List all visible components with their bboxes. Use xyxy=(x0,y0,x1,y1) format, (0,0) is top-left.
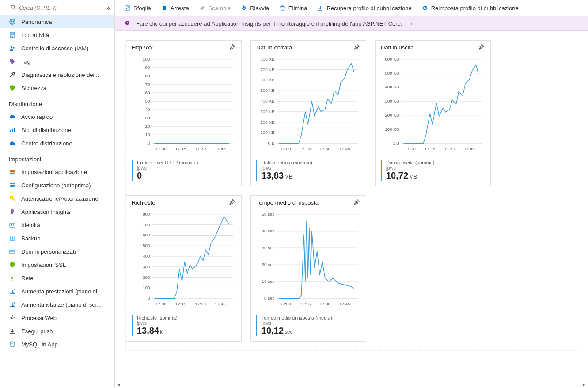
svg-text:100 KB: 100 KB xyxy=(260,130,275,135)
sidebar-item[interactable]: MySQL in App xyxy=(0,338,114,351)
get-publish-profile-button[interactable]: Recupera profilo di pubblicazione xyxy=(317,4,411,11)
sidebar-item[interactable]: Configurazione (anteprima) xyxy=(0,179,114,192)
content-scroll[interactable]: Http 5xx 010203040506070809010017:0017:1… xyxy=(115,31,588,381)
sidebar-item[interactable]: Aumenta prestazioni (piano di... xyxy=(0,285,114,298)
toolbar: Sfoglia Arresta Scambia Riavvia Elimina … xyxy=(115,0,588,16)
card-title: Http 5xx xyxy=(132,44,153,51)
scroll-right-icon[interactable]: ► xyxy=(581,382,587,387)
nav-label: Domini personalizzati xyxy=(21,248,76,255)
metric-sub: jpws xyxy=(386,165,485,171)
metric-card: Tempo medio di risposta 0 sec10 sec20 se… xyxy=(250,195,366,342)
svg-text:17:30: 17:30 xyxy=(195,146,206,151)
svg-text:300: 300 xyxy=(143,264,150,269)
metric-card: Http 5xx 010203040506070809010017:0017:1… xyxy=(126,40,242,186)
scroll-left-icon[interactable]: ◄ xyxy=(116,382,122,387)
nav-label: Identità xyxy=(21,222,40,228)
sidebar-item[interactable]: Identità xyxy=(0,218,114,232)
collapse-sidebar-button[interactable]: « xyxy=(107,4,111,12)
svg-text:0 B: 0 B xyxy=(268,141,275,145)
metric-sub: jpws xyxy=(262,165,360,171)
nav-section-title: Impostazioni xyxy=(0,150,114,165)
nav-label: Diagnostica e risoluzione dei... xyxy=(21,72,99,78)
horizontal-scrollbar[interactable]: ◄ ► xyxy=(115,381,588,388)
reset-publish-profile-button[interactable]: Reimposta profilo di pubblicazione xyxy=(421,4,519,11)
sidebar-item[interactable]: Autenticazione/Autorizzazione xyxy=(0,192,114,205)
svg-text:600 KB: 600 KB xyxy=(385,57,399,61)
svg-text:17:45: 17:45 xyxy=(339,146,350,151)
browse-button[interactable]: Sfoglia xyxy=(124,4,151,11)
sidebar-item[interactable]: Centro distribuzione xyxy=(0,137,114,150)
svg-text:100: 100 xyxy=(143,285,150,290)
sidebar-item[interactable]: Avvio rapido xyxy=(0,110,114,123)
open-icon xyxy=(124,4,131,11)
restart-button[interactable]: Riavvia xyxy=(240,4,269,11)
delete-label: Elimina xyxy=(288,5,307,11)
nav-label: Panoramica xyxy=(21,19,52,25)
svg-text:80: 80 xyxy=(145,73,151,78)
nav-icon xyxy=(9,140,16,147)
pin-icon[interactable] xyxy=(228,43,236,51)
metric-card: Richieste 010020030040050060070080017:00… xyxy=(126,195,242,342)
chart[interactable]: 0 B100 KB200 KB300 KB400 KB500 KB600 KB7… xyxy=(256,54,360,156)
search-input[interactable] xyxy=(8,3,103,13)
nav-icon xyxy=(9,341,16,348)
metric-unit: MB xyxy=(285,174,292,180)
sidebar-item[interactable]: Sicurezza xyxy=(0,81,114,95)
sidebar-item[interactable]: Aumenta istanze (piano di ser... xyxy=(0,298,114,311)
chart[interactable]: 0 sec10 sec20 sec30 sec40 sec50 sec17:00… xyxy=(256,209,360,311)
pin-icon[interactable] xyxy=(228,198,236,206)
sidebar-item[interactable]: Esegui push xyxy=(0,324,114,338)
insights-banner[interactable]: Fare clic qui per accedere ad Applicatio… xyxy=(115,16,588,31)
sidebar-item[interactable]: Application Insights xyxy=(0,205,114,218)
svg-text:40: 40 xyxy=(145,107,151,112)
sidebar-item[interactable]: Log attività xyxy=(0,28,114,42)
sidebar-item[interactable]: Diagnostica e risoluzione dei... xyxy=(0,68,114,81)
sidebar-item[interactable]: Impostazioni applicazione xyxy=(0,165,114,179)
metric-block: Errori server HTTP (somma) jpws 0 xyxy=(132,160,236,181)
restart-icon xyxy=(240,4,247,11)
chart[interactable]: 0 B100 KB200 KB300 KB400 KB500 KB600 KB1… xyxy=(381,54,485,156)
metric-sub: jpws xyxy=(262,320,360,326)
stop-button[interactable]: Arresta xyxy=(161,4,189,11)
search-icon xyxy=(11,4,17,11)
sidebar-item[interactable]: Domini personalizzati xyxy=(0,245,114,258)
sidebar-item[interactable]: Tag xyxy=(0,55,114,68)
chart[interactable]: 010020030040050060070080017:0017:1517:30… xyxy=(132,209,236,311)
svg-text:400 KB: 400 KB xyxy=(260,99,275,103)
sidebar-item[interactable]: Processi Web xyxy=(0,311,114,324)
sidebar-item[interactable]: Slot di distribuzione xyxy=(0,123,114,137)
metric-label: Tempo medio di risposta (media) xyxy=(262,315,360,320)
nav-icon xyxy=(9,113,16,120)
pin-icon[interactable] xyxy=(353,43,360,51)
sidebar-item[interactable]: Panoramica xyxy=(0,15,114,28)
sidebar-item[interactable]: Backup xyxy=(0,232,114,245)
svg-text:200: 200 xyxy=(143,275,150,280)
svg-text:200 KB: 200 KB xyxy=(260,120,275,125)
metric-label: Errori server HTTP (somma) xyxy=(137,160,236,165)
nav-icon xyxy=(9,301,16,308)
nav-icon xyxy=(9,248,16,255)
nav-icon xyxy=(9,261,16,268)
svg-text:17:00: 17:00 xyxy=(156,146,167,151)
nav-icon xyxy=(9,58,16,65)
nav-icon xyxy=(9,84,16,91)
pin-icon[interactable] xyxy=(353,198,360,206)
nav-icon xyxy=(9,327,16,335)
metric-block: Dati in entrata (somma) jpws 13,83MB xyxy=(256,160,360,181)
pin-icon[interactable] xyxy=(477,43,485,51)
svg-text:60: 60 xyxy=(145,90,151,95)
metric-block: Tempo medio di risposta (media) jpws 10,… xyxy=(256,315,360,336)
svg-text:800: 800 xyxy=(143,212,150,217)
delete-button[interactable]: Elimina xyxy=(279,4,307,11)
sidebar-item[interactable]: Rete xyxy=(0,271,114,285)
nav-label: Rete xyxy=(21,275,33,281)
nav-label: Slot di distribuzione xyxy=(21,127,71,133)
metric-label: Dati in entrata (somma) xyxy=(262,160,360,165)
sidebar-item[interactable]: Impostazioni SSL xyxy=(0,258,114,271)
nav-icon xyxy=(9,208,16,215)
sidebar-item[interactable]: Controllo di accesso (IAM) xyxy=(0,42,114,55)
nav-label: Impostazioni SSL xyxy=(21,262,66,268)
chart[interactable]: 010203040506070809010017:0017:1517:3017:… xyxy=(132,54,236,156)
metric-value: 13,84 xyxy=(137,326,159,335)
nav-label: Configurazione (anteprima) xyxy=(21,182,91,189)
